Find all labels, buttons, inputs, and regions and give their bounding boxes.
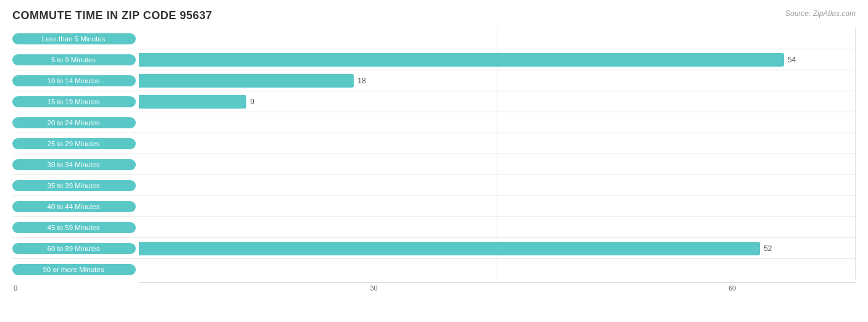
bar-track: 9 (136, 91, 856, 112)
chart-container: COMMUTE TIME IN ZIP CODE 95637 Source: Z… (0, 0, 868, 322)
x-tick: 30 (370, 284, 377, 292)
source-label: Source: ZipAtlas.com (785, 9, 856, 18)
chart-title: COMMUTE TIME IN ZIP CODE 95637 (12, 9, 856, 22)
x-tick: 0 (14, 284, 17, 292)
x-axis: 03060 (12, 282, 856, 294)
bar-row: 60 to 89 Minutes52 (12, 238, 856, 259)
gridline-30 (498, 196, 498, 217)
gridline-30 (498, 112, 498, 133)
bar-label: 20 to 24 Minutes (12, 117, 136, 128)
bar-row: 90 or more Minutes (12, 259, 856, 279)
bar-row: 20 to 24 Minutes (12, 112, 856, 133)
gridline-60 (855, 28, 856, 49)
bar-track: 52 (136, 238, 856, 258)
gridline-60 (855, 175, 856, 196)
gridline-60 (855, 238, 856, 258)
bar-label: 25 to 29 Minutes (12, 138, 136, 149)
bar-row: 15 to 19 Minutes9 (12, 91, 856, 112)
bar-label: 90 or more Minutes (12, 264, 136, 275)
bar-fill (139, 242, 760, 255)
bar-fill (139, 74, 354, 88)
bar-track (136, 28, 856, 49)
bar-track (136, 196, 856, 217)
gridline-60 (855, 91, 856, 112)
bar-value-label: 54 (788, 56, 796, 64)
bar-value-label: 52 (764, 244, 772, 253)
bar-track: 18 (136, 70, 856, 91)
bar-track (136, 175, 856, 196)
gridline-60 (855, 133, 856, 154)
gridline-60 (855, 70, 856, 91)
x-axis-line (139, 282, 856, 283)
bar-label: 60 to 89 Minutes (12, 243, 136, 254)
gridline-60 (855, 112, 856, 133)
bar-track (136, 217, 856, 237)
gridline-30 (498, 91, 498, 112)
gridline-60 (855, 196, 856, 217)
bar-label: 10 to 14 Minutes (12, 75, 136, 86)
bar-value-label: 9 (250, 97, 254, 106)
gridline-30 (498, 154, 498, 175)
gridline-30 (498, 259, 498, 279)
bar-row: 5 to 9 Minutes54 (12, 49, 856, 70)
bar-row: 30 to 34 Minutes (12, 154, 856, 175)
bar-track: 54 (136, 49, 856, 70)
gridline-30 (498, 133, 498, 154)
bar-label: Less than 5 Minutes (12, 33, 136, 44)
gridline-60 (855, 217, 856, 237)
bar-label: 35 to 39 Minutes (12, 180, 136, 191)
x-tick: 60 (728, 284, 736, 292)
bar-fill (139, 95, 246, 109)
bar-fill (139, 53, 784, 67)
bar-track (136, 112, 856, 133)
bar-label: 5 to 9 Minutes (12, 54, 136, 65)
bar-track (136, 133, 856, 154)
bar-label: 45 to 59 Minutes (12, 222, 136, 233)
gridline-30 (498, 217, 498, 237)
bar-row: 35 to 39 Minutes (12, 175, 856, 196)
gridline-30 (498, 70, 498, 91)
bar-row: 45 to 59 Minutes (12, 217, 856, 238)
bar-row: 10 to 14 Minutes18 (12, 70, 856, 91)
bar-track (136, 154, 856, 175)
bar-row: Less than 5 Minutes (12, 28, 856, 49)
gridline-30 (498, 175, 498, 196)
bar-label: 30 to 34 Minutes (12, 159, 136, 170)
bar-row: 40 to 44 Minutes (12, 196, 856, 217)
gridline-30 (498, 28, 498, 49)
gridline-60 (855, 49, 856, 70)
bar-label: 15 to 19 Minutes (12, 96, 136, 107)
bar-track (136, 259, 856, 279)
bar-row: 25 to 29 Minutes (12, 133, 856, 154)
gridline-60 (855, 259, 856, 279)
bar-label: 40 to 44 Minutes (12, 201, 136, 212)
bar-value-label: 18 (357, 76, 365, 85)
chart-area: Less than 5 Minutes5 to 9 Minutes5410 to… (12, 28, 856, 279)
gridline-60 (855, 154, 856, 175)
